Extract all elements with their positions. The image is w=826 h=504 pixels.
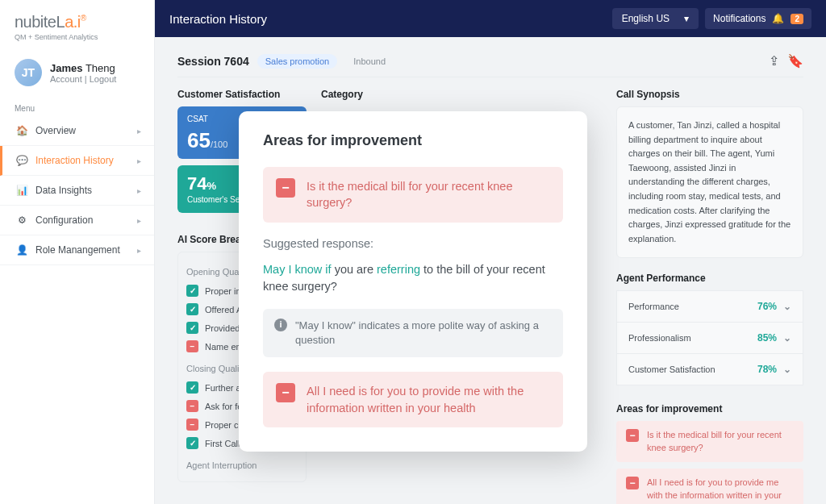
info-tip: i "May I know" indicates a more polite w… <box>263 309 563 357</box>
topbar: Interaction History English US ▾ Notific… <box>155 0 826 37</box>
modal-question-2: − All I need is for you to provide me wi… <box>263 372 563 427</box>
tag-inbound[interactable]: Inbound <box>345 54 394 69</box>
info-icon: i <box>274 319 287 331</box>
gear-icon: ⚙ <box>16 215 27 226</box>
chevron-right-icon: ▸ <box>137 186 141 195</box>
language-selector[interactable]: English US ▾ <box>612 8 699 29</box>
sidebar-item-configuration[interactable]: ⚙Configuration ▸ <box>0 206 154 235</box>
chevron-right-icon: ▸ <box>137 216 141 225</box>
improvement-card[interactable]: − Is it the medical bill for your recent… <box>616 421 803 462</box>
divider <box>177 77 803 77</box>
suggested-response-label: Suggested response: <box>263 237 563 250</box>
brand-logo: nubiteLa.i® <box>15 13 140 31</box>
minus-icon: − <box>186 340 198 352</box>
modal-question-text: Is it the medical bill for your recent k… <box>307 178 550 211</box>
home-icon: 🏠 <box>16 125 27 136</box>
user-icon: 👤 <box>16 244 27 256</box>
csat-value: 65 <box>187 128 211 152</box>
perf-label: Customer Satisfaction <box>628 364 715 374</box>
info-text: "May I know" indicates a more polite way… <box>295 319 552 348</box>
suggested-response-text: May I know if you are referring to the b… <box>263 261 563 297</box>
chevron-right-icon: ▸ <box>137 156 141 165</box>
perf-label: Performance <box>628 302 679 311</box>
check-icon: ✓ <box>186 437 198 449</box>
perf-row-csat[interactable]: Customer Satisfaction 78%⌄ <box>616 354 803 385</box>
sentiment-value: 74 <box>187 173 206 194</box>
sidebar-item-overview[interactable]: 🏠Overview ▸ <box>0 116 154 146</box>
user-links[interactable]: Account | Logout <box>50 74 116 84</box>
minus-icon: − <box>186 419 198 431</box>
agent-performance-section: Agent Performance Performance 76%⌄ Profe… <box>616 273 803 385</box>
check-icon: ✓ <box>186 381 198 394</box>
chevron-right-icon: ▸ <box>137 246 141 255</box>
improvement-modal: Areas for improvement − Is it the medica… <box>239 111 587 452</box>
sidebar-item-data-insights[interactable]: 📊Data Insights ▸ <box>0 176 154 206</box>
chart-icon: 📊 <box>16 185 27 196</box>
modal-question-1: − Is it the medical bill for your recent… <box>263 167 563 223</box>
page-title: Interaction History <box>169 12 267 26</box>
category-label: Category <box>321 89 602 100</box>
perf-value: 85% <box>757 332 777 344</box>
improvement-title: Areas for improvement <box>616 403 803 414</box>
check-icon: ✓ <box>186 322 198 334</box>
minus-icon: − <box>186 400 198 412</box>
chevron-down-icon: ⌄ <box>783 332 791 344</box>
notifications-badge: 2 <box>791 14 803 24</box>
improvement-side-section: Areas for improvement − Is it the medica… <box>616 403 803 504</box>
chevron-down-icon: ▾ <box>684 13 689 24</box>
bookmark-icon[interactable]: 🔖 <box>787 53 803 69</box>
sentiment-pct: % <box>206 180 216 192</box>
csat-label: CSAT <box>187 115 208 123</box>
menu-label: Menu <box>0 98 154 116</box>
breakdown-group-interruption: Agent Interruption <box>186 460 298 470</box>
avatar[interactable]: JT <box>15 59 42 86</box>
sidebar-item-role-management[interactable]: 👤Role Manangement ▸ <box>0 235 154 265</box>
session-title: Session 7604 <box>177 55 249 68</box>
user-block: JT James Theng Account | Logout <box>0 48 154 98</box>
perf-value: 78% <box>757 364 777 375</box>
csat-max: /100 <box>211 140 227 149</box>
improvement-text: Is it the medical bill for your recent k… <box>647 429 794 454</box>
language-value: English US <box>622 13 670 24</box>
improvement-text: All I need is for you to provide me with… <box>647 477 794 504</box>
perf-value: 76% <box>757 301 777 312</box>
session-header: Session 7604 Sales promotion Inbound ⇪ 🔖 <box>177 53 803 69</box>
modal-title: Areas for improvement <box>263 132 563 149</box>
minus-icon: − <box>276 383 295 402</box>
modal-question-text: All I need is for you to provide me with… <box>307 383 550 416</box>
tag-sales-promotion[interactable]: Sales promotion <box>257 54 338 69</box>
sidebar-item-interaction-history[interactable]: 💬Interaction History ▸ <box>0 146 154 176</box>
logo-area: nubiteLa.i® QM + Sentiment Analytics <box>0 0 154 48</box>
chevron-right-icon: ▸ <box>137 127 141 135</box>
sidebar: nubiteLa.i® QM + Sentiment Analytics JT … <box>0 0 155 504</box>
check-icon: ✓ <box>186 303 198 315</box>
synopsis-title: Call Synopsis <box>616 89 803 100</box>
minus-icon: − <box>626 477 639 489</box>
perf-title: Agent Performance <box>616 273 803 284</box>
perf-row-performance[interactable]: Performance 76%⌄ <box>616 290 803 323</box>
perf-row-professionalism[interactable]: Professionalism 85%⌄ <box>616 323 803 354</box>
notifications-label: Notifications <box>713 13 766 24</box>
synopsis-text: A customer, Tan Jinzi, called a hospital… <box>616 106 803 258</box>
csat-section-label: Customer Satisfaction <box>177 89 307 100</box>
chevron-down-icon: ⌄ <box>783 364 791 375</box>
bell-icon: 🔔 <box>772 13 784 24</box>
perf-label: Professionalism <box>628 333 691 343</box>
chat-icon: 💬 <box>16 155 27 166</box>
brand-subtitle: QM + Sentiment Analytics <box>15 33 140 41</box>
share-icon[interactable]: ⇪ <box>769 53 779 69</box>
minus-icon: − <box>626 429 639 442</box>
minus-icon: − <box>276 178 295 198</box>
user-name: James Theng <box>50 62 116 74</box>
notifications-button[interactable]: Notifications 🔔 2 <box>705 8 811 29</box>
improvement-card[interactable]: − All I need is for you to provide me wi… <box>616 469 803 504</box>
check-icon: ✓ <box>186 285 198 297</box>
chevron-down-icon: ⌄ <box>783 301 791 312</box>
